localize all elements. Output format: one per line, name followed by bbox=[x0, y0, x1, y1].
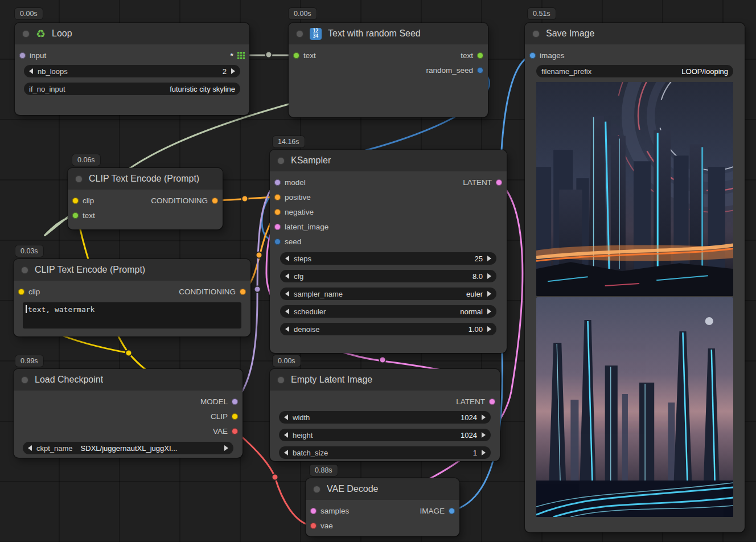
decrement-arrow[interactable] bbox=[29, 68, 33, 74]
node-vae-decode[interactable]: VAE Decode samples IMAGE vae bbox=[306, 478, 459, 536]
output-port-vae[interactable] bbox=[232, 428, 238, 434]
cityscape-dusk-illustration bbox=[536, 297, 733, 517]
input-port-negative[interactable] bbox=[274, 209, 281, 215]
sampler-name-widget[interactable]: sampler_name euler bbox=[280, 288, 496, 300]
input-port-text[interactable] bbox=[293, 52, 299, 59]
node-ksampler[interactable]: KSampler model LATENT positive negative … bbox=[270, 150, 507, 353]
input-port-model[interactable] bbox=[274, 179, 281, 186]
increment-arrow[interactable] bbox=[487, 256, 491, 261]
node-loop[interactable]: ♻ Loop input * nb_loops bbox=[15, 23, 249, 115]
decrement-arrow[interactable] bbox=[284, 414, 288, 420]
increment-arrow[interactable] bbox=[482, 432, 486, 438]
output-port-conditioning[interactable] bbox=[212, 198, 218, 204]
denoise-widget[interactable]: denoise 1.00 bbox=[280, 323, 496, 335]
node-clip-text-encode-positive[interactable]: CLIP Text Encode (Prompt) clip CONDITION… bbox=[68, 168, 223, 229]
decrement-arrow[interactable] bbox=[285, 256, 289, 261]
widget-value: SDXL/juggernautXL_juggXI... bbox=[77, 444, 220, 453]
input-port-positive[interactable] bbox=[274, 194, 281, 200]
reroute-dot[interactable] bbox=[254, 286, 261, 293]
input-port-samples[interactable] bbox=[310, 508, 317, 514]
node-title: Save Image bbox=[546, 28, 594, 39]
node-clip-text-encode-negative[interactable]: CLIP Text Encode (Prompt) clip CONDITION… bbox=[14, 259, 250, 336]
node-status-dot bbox=[21, 266, 28, 274]
output-port-random-seed[interactable] bbox=[477, 67, 483, 73]
generated-image-preview-2 bbox=[536, 297, 733, 517]
input-port-clip[interactable] bbox=[18, 289, 24, 295]
widget-value: 1024 bbox=[461, 431, 477, 440]
execution-time-badge: 0.00s bbox=[15, 8, 43, 19]
input-port-vae[interactable] bbox=[310, 523, 317, 529]
node-header[interactable]: 12 34 Text with random Seed bbox=[289, 23, 488, 44]
node-load-checkpoint[interactable]: Load Checkpoint MODEL CLIP VAE ckpt_name… bbox=[14, 369, 243, 458]
batch-size-widget[interactable]: batch_size 1 bbox=[279, 446, 491, 459]
recycle-icon: ♻ bbox=[36, 28, 46, 39]
ckpt-name-widget[interactable]: ckpt_name SDXL/juggernautXL_juggXI... bbox=[23, 442, 233, 454]
node-header[interactable]: ♻ Loop bbox=[15, 23, 249, 44]
increment-arrow[interactable] bbox=[231, 68, 235, 74]
widget-label: height bbox=[293, 431, 456, 440]
increment-arrow[interactable] bbox=[487, 291, 491, 297]
reroute-dot[interactable] bbox=[380, 357, 386, 363]
nb-loops-widget[interactable]: nb_loops 2 bbox=[24, 65, 240, 77]
node-header[interactable]: Empty Latent Image bbox=[270, 369, 500, 391]
reroute-dot[interactable] bbox=[266, 52, 272, 58]
reroute-dot[interactable] bbox=[126, 350, 132, 356]
reroute-dot[interactable] bbox=[256, 252, 262, 258]
increment-arrow[interactable] bbox=[482, 450, 486, 455]
next-arrow[interactable] bbox=[224, 445, 228, 451]
input-port-seed[interactable] bbox=[274, 239, 281, 245]
grid-output-icon[interactable] bbox=[237, 52, 245, 59]
node-graph-canvas[interactable]: 0.00s 0.00s 0.06s 0.03s 14.16s 0.99s 0.0… bbox=[0, 0, 756, 542]
output-port-text[interactable] bbox=[477, 52, 483, 59]
port-label: samples bbox=[321, 507, 349, 515]
increment-arrow[interactable] bbox=[487, 309, 491, 314]
node-header[interactable]: CLIP Text Encode (Prompt) bbox=[14, 259, 250, 281]
icon-digits-top: 12 bbox=[313, 28, 319, 34]
input-port-text[interactable] bbox=[72, 212, 79, 219]
output-port-model[interactable] bbox=[232, 399, 238, 405]
output-port-image[interactable] bbox=[449, 508, 455, 514]
increment-arrow[interactable] bbox=[487, 273, 491, 279]
decrement-arrow[interactable] bbox=[284, 450, 288, 455]
reroute-dot[interactable] bbox=[242, 196, 248, 202]
filename-prefix-widget[interactable]: filename_prefix LOOP/looping bbox=[536, 65, 733, 77]
node-header[interactable]: Load Checkpoint bbox=[14, 369, 243, 391]
output-port-latent[interactable] bbox=[489, 399, 495, 405]
scheduler-widget[interactable]: scheduler normal bbox=[280, 305, 496, 318]
widget-value: 2 bbox=[223, 67, 227, 76]
node-save-image[interactable]: Save Image images filename_prefix LOOP/l… bbox=[525, 23, 745, 532]
width-widget[interactable]: width 1024 bbox=[279, 411, 491, 424]
prev-arrow[interactable] bbox=[28, 445, 32, 451]
node-text-with-random-seed[interactable]: 12 34 Text with random Seed text text ra… bbox=[289, 23, 488, 117]
output-port-latent[interactable] bbox=[496, 179, 502, 186]
input-port-input[interactable] bbox=[19, 52, 26, 59]
input-port-images[interactable] bbox=[529, 52, 536, 59]
increment-arrow[interactable] bbox=[487, 326, 491, 332]
height-widget[interactable]: height 1024 bbox=[279, 429, 491, 441]
steps-widget[interactable]: steps 25 bbox=[280, 252, 496, 265]
decrement-arrow[interactable] bbox=[285, 326, 289, 332]
output-port-clip[interactable] bbox=[232, 413, 238, 420]
if-no-input-widget[interactable]: if_no_input futuristic city skyline bbox=[24, 83, 240, 95]
decrement-arrow[interactable] bbox=[284, 432, 288, 438]
decrement-arrow[interactable] bbox=[285, 309, 289, 314]
cityscape-day-illustration bbox=[536, 82, 733, 296]
widget-value: LOOP/looping bbox=[596, 67, 728, 76]
node-empty-latent-image[interactable]: Empty Latent Image LATENT width 1024 hei… bbox=[270, 369, 500, 461]
output-port-conditioning[interactable] bbox=[240, 289, 246, 295]
widget-label: denoise bbox=[294, 325, 464, 334]
node-header[interactable]: Save Image bbox=[525, 23, 745, 44]
execution-time-badge: 0.88s bbox=[310, 465, 338, 476]
node-header[interactable]: KSampler bbox=[270, 150, 507, 171]
decrement-arrow[interactable] bbox=[285, 291, 289, 297]
cfg-widget[interactable]: cfg 8.0 bbox=[280, 270, 496, 282]
reroute-dot[interactable] bbox=[272, 474, 278, 481]
node-header[interactable]: CLIP Text Encode (Prompt) bbox=[68, 168, 223, 190]
node-header[interactable]: VAE Decode bbox=[306, 478, 459, 500]
increment-arrow[interactable] bbox=[482, 414, 486, 420]
port-label: seed bbox=[285, 237, 301, 246]
decrement-arrow[interactable] bbox=[285, 273, 289, 279]
input-port-clip[interactable] bbox=[72, 198, 79, 204]
input-port-latent-image[interactable] bbox=[274, 224, 281, 230]
prompt-textarea[interactable]: text, watermark bbox=[23, 302, 241, 329]
